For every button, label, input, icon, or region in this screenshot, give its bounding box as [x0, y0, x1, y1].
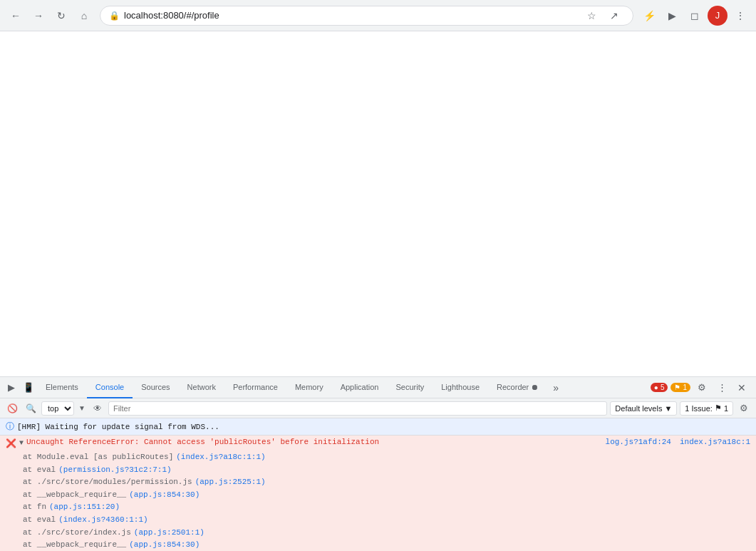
devtools-toolbar-right: ● 5 ⚑ 1 ⚙ ⋮ ✕ — [651, 379, 753, 396]
context-arrow: ▼ — [78, 404, 86, 412]
bookmark-button[interactable]: ☆ — [581, 6, 601, 26]
lock-icon: 🔒 — [109, 11, 120, 21]
error-file-link[interactable]: log.js?1afd:24 — [606, 438, 671, 446]
window-button[interactable]: ◻ — [685, 6, 705, 26]
devtools-panel: ▶ 📱 Elements Console Sources Network Per… — [0, 376, 756, 551]
filter-input[interactable] — [108, 401, 607, 416]
warning-flag-icon: ⚑ — [674, 383, 680, 391]
console-toolbar: 🚫 🔍 top ▼ 👁 Default levels ▼ 1 Issue: ⚑ … — [0, 398, 756, 418]
devtools-more-options-button[interactable]: ⋮ — [713, 379, 730, 396]
browser-chrome: ← → ↻ ⌂ 🔒 localhost:8080/#/profile ☆ ↗ ⚡… — [0, 0, 756, 31]
share-button[interactable]: ↗ — [604, 6, 624, 26]
devtools-tab-bar: ▶ 📱 Elements Console Sources Network Per… — [0, 377, 756, 398]
trace-line-2: at ./src/store/modules/permission.js (ap… — [23, 476, 750, 489]
trace-link-4[interactable]: (app.js:151:20) — [49, 501, 120, 514]
console-eye-button[interactable]: 👁 — [90, 401, 105, 416]
error-x-icon: ❌ — [6, 438, 16, 449]
address-text: localhost:8080/#/profile — [124, 10, 577, 21]
console-hmr-row: ⓘ [HMR] Waiting for update signal from W… — [0, 418, 756, 436]
media-button[interactable]: ▶ — [662, 6, 682, 26]
devtools-inspect-button[interactable]: ▶ — [3, 379, 20, 396]
tab-memory[interactable]: Memory — [286, 377, 332, 398]
context-selector[interactable]: top — [41, 401, 74, 416]
trace-line-4: at fn (app.js:151:20) — [23, 501, 750, 514]
address-bar[interactable]: 🔒 localhost:8080/#/profile ☆ ↗ — [100, 6, 633, 26]
issue-flag-count: 1 — [724, 404, 728, 413]
trace-line-5: at eval (index.js?4360:1:1) — [23, 514, 750, 527]
trace-link-5[interactable]: (index.js?4360:1:1) — [58, 514, 147, 527]
default-levels-button[interactable]: Default levels ▼ — [610, 401, 677, 416]
expand-arrow-icon[interactable]: ▼ — [19, 439, 24, 447]
console-toolbar-right: Default levels ▼ 1 Issue: ⚑ 1 ⚙ — [610, 401, 752, 416]
trace-link-2[interactable]: (app.js:2525:1) — [195, 476, 266, 489]
tab-lighthouse[interactable]: Lighthouse — [433, 377, 488, 398]
tab-security[interactable]: Security — [387, 377, 433, 398]
tab-recorder[interactable]: Recorder ⏺ — [488, 377, 547, 398]
error-circle-icon: ● — [654, 383, 658, 391]
extensions-button[interactable]: ⚡ — [639, 6, 659, 26]
trace-link-1[interactable]: (permission.js?31c2:7:1) — [58, 464, 171, 477]
chrome-menu-button[interactable]: ⋮ — [730, 6, 750, 26]
tab-application[interactable]: Application — [332, 377, 388, 398]
trace-line-6: at ./src/store/index.js (app.js:2501:1) — [23, 527, 750, 540]
trace-link-3[interactable]: (app.js:854:30) — [129, 489, 200, 502]
devtools-more-tabs-button[interactable]: » — [547, 377, 564, 398]
issue-count-label: 1 Issue: — [685, 404, 713, 413]
trace-line-3: at __webpack_require__ (app.js:854:30) — [23, 489, 750, 502]
error-index-link[interactable]: index.js?a18c:1 — [680, 438, 750, 446]
tab-sources[interactable]: Sources — [133, 377, 178, 398]
devtools-device-button[interactable]: 📱 — [20, 379, 37, 396]
home-button[interactable]: ⌂ — [74, 6, 94, 26]
trace-text-7: at __webpack_require__ — [23, 539, 126, 551]
warning-count: 1 — [683, 383, 687, 391]
trace-text-3: at __webpack_require__ — [23, 489, 126, 502]
info-icon: ⓘ — [6, 421, 14, 433]
trace-text-6: at ./src/store/index.js — [23, 527, 131, 540]
trace-text-0: at Module.eval [as publicRoutes] — [23, 451, 173, 464]
trace-text-1: at eval — [23, 464, 56, 477]
devtools-close-button[interactable]: ✕ — [733, 379, 750, 396]
nav-buttons: ← → ↻ ⌂ — [6, 6, 94, 26]
devtools-settings-button[interactable]: ⚙ — [693, 379, 710, 396]
trace-text-5: at eval — [23, 514, 56, 527]
trace-link-6[interactable]: (app.js:2501:1) — [134, 527, 204, 540]
profile-button[interactable]: J — [708, 6, 727, 26]
forward-button[interactable]: → — [29, 6, 48, 26]
console-error-header: ❌ ▼ Uncaught ReferenceError: Cannot acce… — [0, 436, 756, 451]
error-message: Uncaught ReferenceError: Cannot access '… — [26, 438, 603, 446]
back-button[interactable]: ← — [6, 6, 26, 26]
address-actions: ☆ ↗ — [581, 6, 624, 26]
tab-network[interactable]: Network — [179, 377, 224, 398]
default-levels-label: Default levels ▼ — [615, 404, 672, 413]
trace-text-4: at fn — [23, 501, 46, 514]
error-count: 5 — [661, 383, 665, 391]
hmr-message: [HMR] Waiting for update signal from WDS… — [17, 423, 219, 431]
tab-console[interactable]: Console — [87, 377, 133, 398]
error-stack-trace: at Module.eval [as publicRoutes] (index.… — [0, 451, 756, 551]
clear-console-button[interactable]: 🚫 — [4, 401, 20, 416]
page-content — [0, 31, 756, 376]
console-error-group: ❌ ▼ Uncaught ReferenceError: Cannot acce… — [0, 436, 756, 551]
trace-link-7[interactable]: (app.js:854:30) — [129, 539, 200, 551]
console-filter-button[interactable]: 🔍 — [23, 401, 38, 416]
trace-line-1: at eval (permission.js?31c2:7:1) — [23, 464, 750, 477]
trace-line-0: at Module.eval [as publicRoutes] (index.… — [23, 451, 750, 464]
console-output[interactable]: ⓘ [HMR] Waiting for update signal from W… — [0, 418, 756, 551]
trace-line-7: at __webpack_require__ (app.js:854:30) — [23, 539, 750, 551]
reload-button[interactable]: ↻ — [51, 6, 71, 26]
error-count-badge[interactable]: ● 5 — [651, 383, 668, 392]
warning-count-badge[interactable]: ⚑ 1 — [670, 383, 690, 392]
trace-link-0[interactable]: (index.js?a18c:1:1) — [176, 451, 265, 464]
console-settings-button[interactable]: ⚙ — [736, 401, 752, 416]
issue-flag-icon: ⚑ — [715, 403, 722, 413]
tab-performance[interactable]: Performance — [224, 377, 286, 398]
browser-menu-area: ⚡ ▶ ◻ J ⋮ — [639, 6, 750, 26]
tab-elements[interactable]: Elements — [37, 377, 87, 398]
issue-count-button[interactable]: 1 Issue: ⚑ 1 — [680, 401, 733, 416]
trace-text-2: at ./src/store/modules/permission.js — [23, 476, 192, 489]
